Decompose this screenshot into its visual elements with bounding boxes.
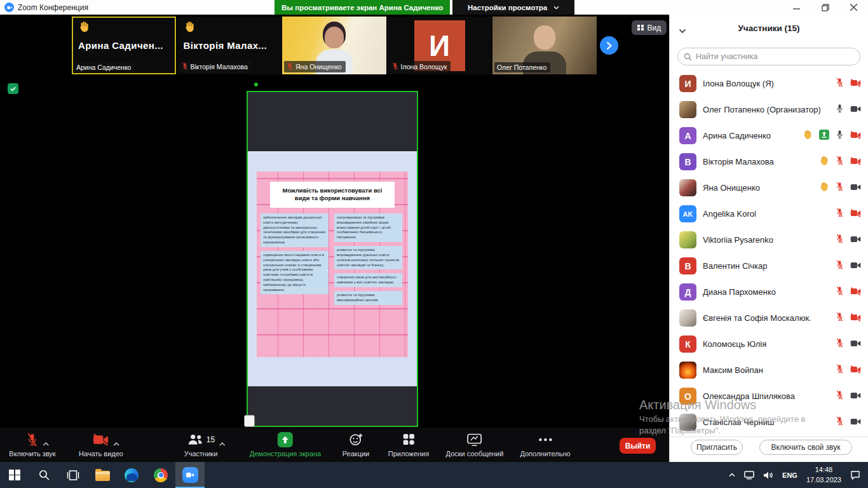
taskbar-clock[interactable]: 14:48 17.03.2023 [806,465,841,485]
video-tile[interactable]: Яна Онищенко [282,17,386,74]
taskbar-search-button[interactable] [29,462,58,488]
camera-on-icon[interactable] [850,391,861,402]
leave-meeting-button[interactable]: Выйти [620,438,656,454]
participant-avatar [679,101,696,118]
mic-muted-icon[interactable] [836,182,844,194]
mic-muted-icon[interactable] [836,390,844,402]
view-settings-dropdown[interactable]: Настройки просмотра [452,0,574,15]
participant-name: Максим Войпан [703,365,763,375]
chrome-icon [154,468,168,482]
toolbar-share-screen[interactable]: Демонстрация экрана [250,431,321,458]
participant-row[interactable]: AKAngelika Korol [670,201,868,227]
toolbar-more[interactable]: Дополнительно [520,431,570,458]
toolbar-label: Участники [184,450,218,458]
camera-on-icon[interactable] [850,182,861,194]
chevron-up-icon[interactable] [219,437,226,449]
participant-row[interactable]: ИІлона Волощук (Я) [670,71,868,97]
camera-muted-icon[interactable] [850,130,861,142]
minimize-button[interactable] [782,0,811,15]
participant-row[interactable]: ДДиана Пархоменко [670,279,868,305]
slide-title: Можливість використовувати всі види та ф… [270,182,395,208]
search-participant-input[interactable] [696,52,860,61]
participant-row[interactable]: Viktoriia Pysarenko [670,227,868,253]
toolbar-whiteboards[interactable]: Доски сообщений [446,431,504,458]
restore-button[interactable] [811,0,839,15]
clock-time: 14:48 [806,465,841,475]
camera-on-icon[interactable] [850,234,861,246]
mic-muted-icon[interactable] [836,416,844,428]
zoom-taskbar-button[interactable] [175,462,205,488]
invite-button[interactable]: Пригласить [691,440,743,455]
task-view-button[interactable] [58,462,88,488]
camera-muted-icon[interactable] [850,313,861,324]
mic-muted-icon[interactable] [836,312,844,324]
mic-muted-icon[interactable] [836,234,844,246]
chrome-browser-button[interactable] [146,462,175,488]
hidden-icons-chevron[interactable] [729,473,735,477]
participant-row[interactable]: Станіслав Черниш [670,409,868,435]
participant-row[interactable]: Максим Войпан [670,357,868,383]
participant-row[interactable]: Олег Потапенко (Организатор) [670,97,868,123]
mic-muted-icon[interactable] [836,286,844,298]
participant-row[interactable]: ВВалентин Січкар [670,253,868,279]
mic-muted-icon[interactable] [836,156,844,168]
file-explorer-button[interactable] [88,462,117,488]
participant-avatar: О [679,388,696,405]
screen-share-icon [819,130,829,142]
mic-on-icon[interactable] [836,130,844,142]
camera-muted-icon[interactable] [850,78,861,90]
participant-row[interactable]: ААрина Садиченко [670,123,868,149]
grid-view-icon [637,25,644,31]
participant-row[interactable]: Євгенія та Софія Москалюк. [670,305,868,331]
slide-text-block: створення умов для дистанційного навчанн… [334,273,402,287]
close-button[interactable] [839,0,868,15]
toolbar-start-video[interactable]: Начать видео [79,431,123,458]
tile-name-label: Вікторія Малахова [179,61,252,72]
video-tile[interactable]: Вікторія Малах... Вікторія Малахова [177,17,281,74]
chevron-up-icon[interactable] [43,437,49,449]
camera-on-icon[interactable] [850,104,861,116]
participant-name: Вікторія Малахова [703,157,774,166]
network-icon[interactable] [744,470,754,480]
mic-muted-icon[interactable] [836,364,844,376]
edge-browser-button[interactable] [117,462,146,488]
slide-text-block: популяризація та підтримка впровадження … [334,214,402,242]
camera-muted-icon[interactable] [850,208,861,220]
video-tile[interactable]: Арина Садичен...Арина Садиченко [72,17,176,74]
camera-on-icon[interactable] [850,417,861,428]
video-tile[interactable]: Олег Потапенко [492,17,597,74]
language-indicator[interactable]: ENG [782,471,797,479]
mic-muted-icon[interactable] [836,338,844,350]
participant-name: Євгенія та Софія Москалюк. [703,313,811,323]
participant-row[interactable]: ВВікторія Малахова [670,149,868,175]
mic-muted-icon[interactable] [836,208,844,220]
start-button[interactable] [0,462,29,488]
toolbar-reactions[interactable]: Реакции [342,431,370,458]
mic-muted-icon[interactable] [836,78,844,90]
participant-avatar: В [679,257,696,274]
camera-on-icon[interactable] [850,339,861,350]
camera-muted-icon[interactable] [850,287,861,298]
camera-on-icon[interactable] [850,261,861,272]
camera-muted-icon[interactable] [850,365,861,376]
toolbar-unmute-audio[interactable]: Включить звук [9,431,55,458]
volume-icon[interactable] [763,471,773,480]
toolbar-participants[interactable]: 15Участники [184,431,218,458]
tile-display-name: Арина Садичен... [78,40,163,51]
search-icon [39,470,50,480]
camera-muted-icon[interactable] [850,156,861,168]
participant-row[interactable]: Яна Онищенко [670,175,868,201]
participant-row[interactable]: ККоломоєць Юлія [670,331,868,357]
video-tile[interactable]: И Ілона Волощук [388,17,492,74]
participant-row[interactable]: ООлександра Шпилякова [670,383,868,409]
mic-muted-icon[interactable] [836,260,844,272]
next-videos-arrow[interactable] [600,36,618,55]
chevron-up-icon[interactable] [114,437,120,449]
raised-hand-icon [802,129,813,142]
view-button[interactable]: Вид [632,20,667,35]
unmute-self-button[interactable]: Включить свой звук [759,440,852,455]
toolbar-apps[interactable]: Приложения [388,431,429,458]
security-shield-icon[interactable] [8,83,18,94]
mic-on-icon[interactable] [836,104,844,116]
action-center-icon[interactable] [850,470,860,480]
